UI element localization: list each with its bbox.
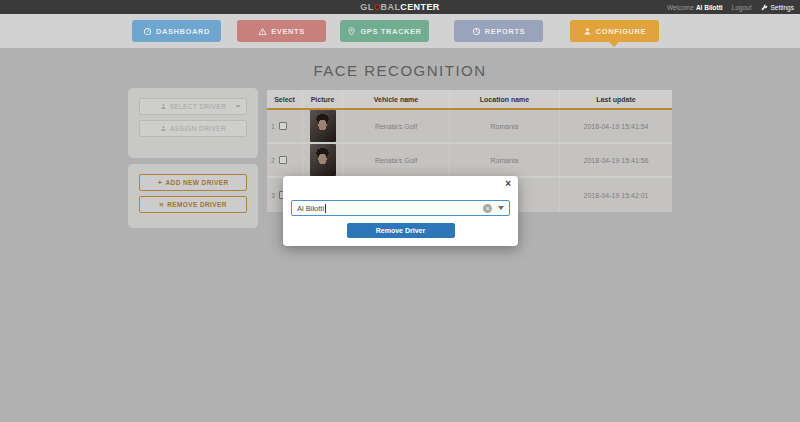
welcome-text: WelcomeAl Bilotti (667, 4, 723, 11)
gauge-icon (143, 27, 152, 36)
person-icon (583, 27, 592, 36)
logo-text-center: CENTER (400, 2, 439, 12)
warning-icon (258, 27, 267, 36)
text-cursor (325, 204, 326, 213)
logout-link[interactable]: Logout (732, 4, 752, 11)
nav-events-button[interactable]: EVENTS (237, 20, 326, 42)
nav-reports-label: REPORTS (485, 27, 525, 36)
nav-configure-button[interactable]: CONFIGURE (570, 20, 659, 42)
driver-input-value: Al Bilotti (297, 204, 324, 213)
nav-gps-tracker-button[interactable]: GPS TRACKER (340, 20, 429, 42)
app-window: GLBALCENTER WelcomeAl Bilotti Logout Set… (0, 0, 800, 422)
chevron-down-icon[interactable] (498, 206, 504, 210)
nav-gps-tracker-label: GPS TRACKER (360, 27, 421, 36)
main-navigation: DASHBOARD EVENTS GPS TRACKER REPORTS CON… (0, 14, 800, 48)
pie-chart-icon (472, 27, 481, 36)
modal-remove-driver-button[interactable]: Remove Driver (347, 223, 455, 238)
topbar-user-area: WelcomeAl Bilotti Logout Settings (667, 0, 794, 14)
active-tab-caret (609, 42, 619, 47)
nav-dashboard-button[interactable]: DASHBOARD (132, 20, 221, 42)
logo: GLBALCENTER (360, 0, 439, 14)
remove-driver-modal: × Al Bilotti × Remove Driver (283, 176, 518, 246)
clear-icon[interactable]: × (483, 204, 492, 213)
close-icon[interactable]: × (505, 177, 511, 191)
settings-label: Settings (771, 4, 795, 11)
wrench-icon (761, 4, 768, 11)
logo-text-bal: BAL (381, 2, 401, 12)
nav-events-label: EVENTS (271, 27, 305, 36)
driver-select-input[interactable]: Al Bilotti × (291, 200, 510, 216)
settings-button[interactable]: Settings (761, 4, 795, 11)
logo-target-icon (374, 4, 380, 10)
nav-dashboard-label: DASHBOARD (156, 27, 210, 36)
nav-configure-label: CONFIGURE (596, 27, 646, 36)
username: Al Bilotti (696, 4, 723, 11)
logo-text-gl: GL (360, 2, 373, 12)
location-pin-icon (347, 27, 356, 36)
topbar: GLBALCENTER WelcomeAl Bilotti Logout Set… (0, 0, 800, 14)
nav-reports-button[interactable]: REPORTS (454, 20, 543, 42)
